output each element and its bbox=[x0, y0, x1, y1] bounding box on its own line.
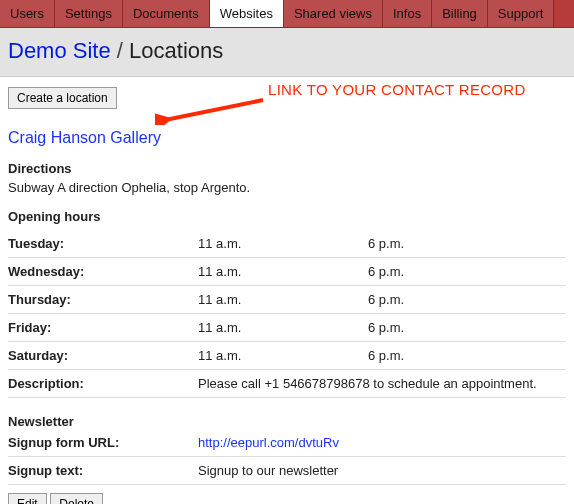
description-text: Please call +1 546678798678 to schedule … bbox=[198, 370, 566, 398]
signup-url-link[interactable]: http://eepurl.com/dvtuRv bbox=[198, 435, 339, 450]
hours-row: Saturday:11 a.m.6 p.m. bbox=[8, 342, 566, 370]
tab-infos[interactable]: Infos bbox=[383, 0, 432, 27]
breadcrumb-sep: / bbox=[117, 38, 129, 63]
hours-row: Tuesday:11 a.m.6 p.m. bbox=[8, 230, 566, 258]
hours-open: 11 a.m. bbox=[198, 258, 368, 286]
hours-close: 6 p.m. bbox=[368, 286, 566, 314]
tab-support[interactable]: Support bbox=[488, 0, 555, 27]
tab-bar: UsersSettingsDocumentsWebsitesShared vie… bbox=[0, 0, 574, 28]
tab-websites[interactable]: Websites bbox=[210, 0, 284, 27]
hours-close: 6 p.m. bbox=[368, 230, 566, 258]
hours-row: Thursday:11 a.m.6 p.m. bbox=[8, 286, 566, 314]
directions-text: Subway A direction Ophelia, stop Argento… bbox=[8, 180, 566, 195]
delete-button[interactable]: Delete bbox=[50, 493, 103, 504]
tab-billing[interactable]: Billing bbox=[432, 0, 488, 27]
content-area: Create a location LINK TO YOUR CONTACT R… bbox=[0, 77, 574, 504]
hours-open: 11 a.m. bbox=[198, 342, 368, 370]
location-link[interactable]: Craig Hanson Gallery bbox=[8, 129, 161, 147]
hours-row: Friday:11 a.m.6 p.m. bbox=[8, 314, 566, 342]
description-row: Description:Please call +1 546678798678 … bbox=[8, 370, 566, 398]
signup-url-row: Signup form URL: http://eepurl.com/dvtuR… bbox=[8, 429, 566, 457]
signup-text-label: Signup text: bbox=[8, 463, 198, 478]
hours-day: Friday: bbox=[8, 314, 198, 342]
hours-close: 6 p.m. bbox=[368, 314, 566, 342]
hours-day: Saturday: bbox=[8, 342, 198, 370]
hours-close: 6 p.m. bbox=[368, 258, 566, 286]
edit-button[interactable]: Edit bbox=[8, 493, 47, 504]
hours-open: 11 a.m. bbox=[198, 314, 368, 342]
annotation-text: LINK TO YOUR CONTACT RECORD bbox=[268, 81, 526, 98]
hours-row: Wednesday:11 a.m.6 p.m. bbox=[8, 258, 566, 286]
newsletter-label: Newsletter bbox=[8, 414, 566, 429]
tab-settings[interactable]: Settings bbox=[55, 0, 123, 27]
opening-hours-label: Opening hours bbox=[8, 209, 566, 224]
signup-text-row: Signup text: Signup to our newsletter bbox=[8, 457, 566, 485]
breadcrumb: Demo Site / Locations bbox=[0, 28, 574, 77]
signup-text-value: Signup to our newsletter bbox=[198, 463, 566, 478]
description-label: Description: bbox=[8, 370, 198, 398]
signup-url-label: Signup form URL: bbox=[8, 435, 198, 450]
tab-shared-views[interactable]: Shared views bbox=[284, 0, 383, 27]
hours-day: Thursday: bbox=[8, 286, 198, 314]
hours-day: Wednesday: bbox=[8, 258, 198, 286]
hours-open: 11 a.m. bbox=[198, 286, 368, 314]
hours-table: Tuesday:11 a.m.6 p.m.Wednesday:11 a.m.6 … bbox=[8, 230, 566, 398]
hours-day: Tuesday: bbox=[8, 230, 198, 258]
tab-documents[interactable]: Documents bbox=[123, 0, 210, 27]
hours-open: 11 a.m. bbox=[198, 230, 368, 258]
breadcrumb-page: Locations bbox=[129, 38, 223, 63]
tab-users[interactable]: Users bbox=[0, 0, 55, 27]
directions-label: Directions bbox=[8, 161, 566, 176]
create-location-button[interactable]: Create a location bbox=[8, 87, 117, 109]
hours-close: 6 p.m. bbox=[368, 342, 566, 370]
breadcrumb-site-link[interactable]: Demo Site bbox=[8, 38, 111, 63]
